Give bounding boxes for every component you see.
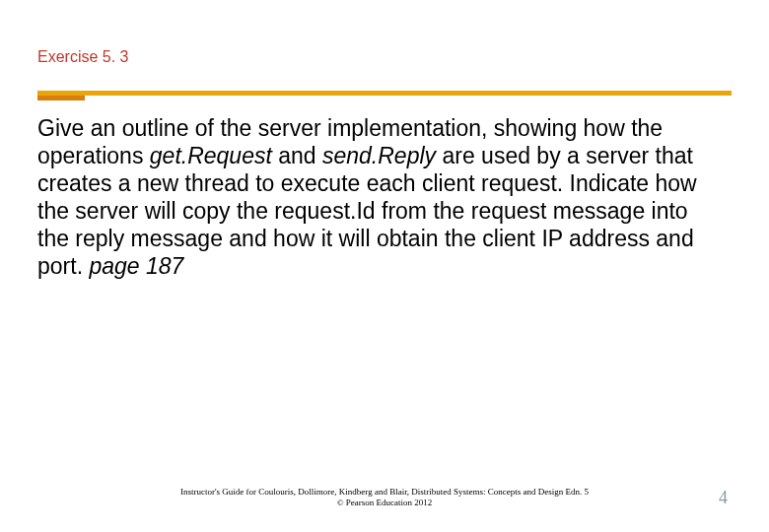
body-part-2: and [272, 143, 322, 168]
footer: Instructor's Guide for Coulouris, Dollim… [0, 487, 769, 509]
footer-line-1: Instructor's Guide for Coulouris, Dollim… [0, 487, 769, 498]
page-number: 4 [719, 488, 728, 508]
slide-title: Exercise 5. 3 [37, 48, 128, 66]
body-pageref: page 187 [89, 253, 183, 279]
body-text: Give an outline of the server implementa… [37, 114, 718, 280]
body-em-2: send.Reply [322, 143, 436, 168]
slide: Exercise 5. 3 Give an outline of the ser… [0, 0, 769, 532]
body-em-1: get.Request [150, 143, 272, 168]
divider-accent [37, 96, 85, 100]
footer-line-2: © Pearson Education 2012 [0, 498, 769, 508]
divider-gold [37, 91, 732, 96]
